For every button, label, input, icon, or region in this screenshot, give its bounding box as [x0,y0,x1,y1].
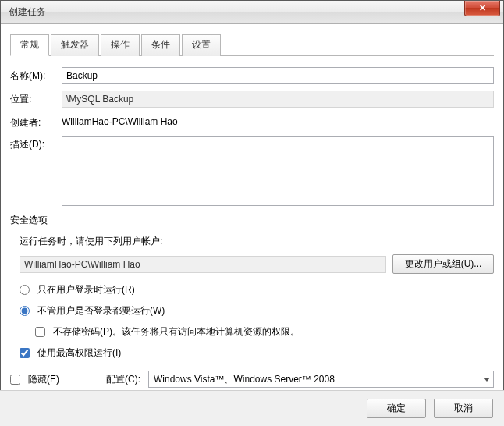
hidden-checkbox[interactable] [10,375,20,385]
name-label: 名称(M): [10,67,62,83]
radio-any[interactable] [20,306,30,316]
hidden-label: 隐藏(E) [28,373,59,386]
radio-logged-on[interactable] [20,285,30,295]
tab-strip: 常规 触发器 操作 条件 设置 [10,34,494,56]
close-button[interactable]: ✕ [464,1,500,16]
highest-priv-checkbox[interactable] [20,348,30,358]
location-value: \MySQL Backup [62,91,494,108]
name-input[interactable] [62,67,494,84]
title-bar: 创建任务 ✕ [1,1,503,24]
highest-priv-row[interactable]: 使用最高权限运行(I) [20,346,494,360]
location-label: 位置: [10,91,62,106]
close-icon: ✕ [479,3,486,13]
author-value: WilliamHao-PC\William Hao [62,114,178,127]
runas-user-display: WilliamHao-PC\William Hao [20,256,386,273]
security-group-label: 安全选项 [10,214,494,227]
description-input[interactable] [62,136,494,206]
security-prompt: 运行任务时，请使用下列用户帐户: [20,235,494,248]
no-store-password-row[interactable]: 不存储密码(P)。该任务将只有访问本地计算机资源的权限。 [35,325,494,339]
highest-priv-label: 使用最高权限运行(I) [37,346,121,360]
dialog-content: 常规 触发器 操作 条件 设置 名称(M): 位置: \MySQL Backup… [1,24,503,397]
radio-logged-on-label: 只在用户登录时运行(R) [37,283,135,296]
config-selected-value: Windows Vista™、Windows Server™ 2008 [154,373,335,386]
no-store-password-checkbox[interactable] [35,327,45,337]
radio-any-row[interactable]: 不管用户是否登录都要运行(W) [20,304,494,318]
config-select[interactable]: Windows Vista™、Windows Server™ 2008 [148,371,494,388]
radio-logged-on-row[interactable]: 只在用户登录时运行(R) [20,283,494,296]
tab-general[interactable]: 常规 [10,34,49,56]
cancel-button[interactable]: 取消 [434,399,493,418]
author-label: 创建者: [10,114,62,130]
chevron-down-icon [484,378,490,382]
config-label: 配置(C): [106,373,140,386]
tab-triggers[interactable]: 触发器 [51,34,99,56]
no-store-password-label: 不存储密码(P)。该任务将只有访问本地计算机资源的权限。 [53,325,300,339]
tab-actions[interactable]: 操作 [101,34,140,56]
change-user-button[interactable]: 更改用户或组(U)... [392,254,494,274]
window-title: 创建任务 [9,5,46,19]
dialog-footer: 确定 取消 [0,390,504,426]
description-label: 描述(D): [10,136,62,151]
tab-settings[interactable]: 设置 [182,34,221,56]
ok-button[interactable]: 确定 [367,399,426,418]
radio-any-label: 不管用户是否登录都要运行(W) [37,304,165,318]
tab-conditions[interactable]: 条件 [141,34,180,56]
hidden-row[interactable]: 隐藏(E) [10,373,59,386]
